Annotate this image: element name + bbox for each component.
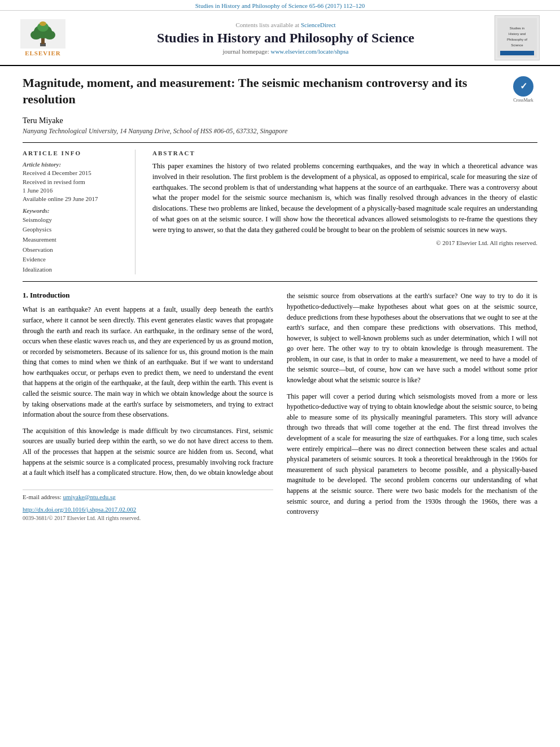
keyword-item: Seismology (23, 215, 126, 225)
abstract-heading: Abstract (152, 150, 537, 156)
svg-text:History and: History and (509, 32, 526, 36)
svg-rect-13 (500, 51, 534, 55)
journal-header: ELSEVIER Contents lists available at Sci… (0, 11, 560, 66)
svg-point-5 (44, 30, 55, 40)
abstract-copyright: © 2017 Elsevier Ltd. All rights reserved… (152, 239, 537, 246)
elsevier-brand-text: ELSEVIER (25, 50, 61, 56)
received-date: Received 4 December 2015 (23, 169, 126, 177)
article-info: Article info Article history: Received 4… (23, 150, 135, 274)
journal-thumbnail: Studies in History and Philosophy of Sci… (495, 15, 540, 60)
keyword-item: Observation (23, 245, 126, 255)
email-link[interactable]: umiyake@ntu.edu.sg (63, 493, 115, 500)
doi-link[interactable]: http://dx.doi.org/10.1016/j.shpsa.2017.0… (23, 506, 136, 513)
crossmark[interactable]: ✓ CrossMark (509, 75, 537, 103)
author-affiliation: Nanyang Technological University, 14 Nan… (23, 127, 537, 136)
abstract-section: Abstract This paper examines the history… (152, 150, 537, 274)
footer-copyright: 0039-3681/© 2017 Elsevier Ltd. All right… (23, 515, 273, 521)
keyword-item: Idealization (23, 265, 126, 275)
author-name: Teru Miyake (23, 116, 537, 125)
email-label: E-mail address: (23, 493, 62, 500)
section-number: 1. (23, 291, 28, 299)
body-paragraph-3: the seismic source from observations at … (287, 291, 537, 385)
article-title-section: Magnitude, moment, and measurement: The … (23, 75, 537, 112)
journal-citation: Studies in History and Philosophy of Sci… (195, 2, 365, 9)
keyword-item: Geophysics (23, 225, 126, 235)
revised-date: 1 June 2016 (23, 186, 126, 195)
keyword-item: Measurement (23, 235, 126, 245)
section-title: Introduction (30, 291, 70, 299)
svg-text:Philosophy of: Philosophy of (507, 38, 527, 41)
body-left-column: 1. Introduction What is an earthquake? A… (23, 291, 273, 522)
svg-text:Studies in: Studies in (510, 27, 524, 30)
journal-title: Studies in History and Philosophy of Sci… (82, 30, 489, 46)
svg-text:Science: Science (511, 43, 523, 47)
keywords-label: Keywords: (23, 207, 126, 214)
body-right-column: the seismic source from observations at … (287, 291, 537, 522)
svg-point-7 (40, 21, 46, 26)
crossmark-label: CrossMark (513, 98, 533, 103)
journal-top-bar: Studies in History and Philosophy of Sci… (0, 0, 560, 11)
article-history-label: Article history: (23, 161, 126, 168)
footnote-email: E-mail address: umiyake@ntu.edu.sg (23, 493, 273, 500)
journal-thumbnail-area: Studies in History and Philosophy of Sci… (495, 15, 551, 60)
keyword-item: Evidence (23, 255, 126, 265)
article-main: Magnitude, moment, and measurement: The … (0, 66, 560, 532)
body-paragraph-1: What is an earthquake? An event happens … (23, 304, 273, 420)
elsevier-logo: ELSEVIER (15, 18, 71, 58)
journal-homepage: journal homepage: www.elsevier.com/locat… (82, 48, 489, 55)
article-info-heading: Article info (23, 150, 126, 156)
article-title: Magnitude, moment, and measurement: The … (23, 75, 498, 107)
journal-header-center: Contents lists available at ScienceDirec… (77, 21, 495, 55)
article-body: 1. Introduction What is an earthquake? A… (23, 291, 537, 522)
body-paragraph-4: This paper will cover a period during wh… (287, 391, 537, 517)
journal-homepage-link[interactable]: www.elsevier.com/locate/shpsa (270, 48, 348, 55)
crossmark-icon[interactable]: ✓ (513, 76, 533, 97)
sciencedirect-label: Contents lists available at ScienceDirec… (82, 21, 489, 28)
revised-label: Received in revised form (23, 178, 126, 186)
footer-links: http://dx.doi.org/10.1016/j.shpsa.2017.0… (23, 505, 273, 521)
sciencedirect-link[interactable]: ScienceDirect (301, 21, 336, 28)
available-online: Available online 29 June 2017 (23, 195, 126, 203)
abstract-text: This paper examines the history of two r… (152, 161, 537, 235)
section-1-heading: 1. Introduction (23, 291, 273, 300)
article-info-abstract: Article info Article history: Received 4… (23, 142, 537, 282)
footnote-area: E-mail address: umiyake@ntu.edu.sg (23, 490, 273, 500)
keywords-list: SeismologyGeophysicsMeasurementObservati… (23, 215, 126, 275)
elsevier-logo-area: ELSEVIER (9, 18, 77, 58)
svg-point-4 (30, 30, 42, 40)
body-paragraph-2: The acquisition of this knowledge is mad… (23, 426, 273, 478)
